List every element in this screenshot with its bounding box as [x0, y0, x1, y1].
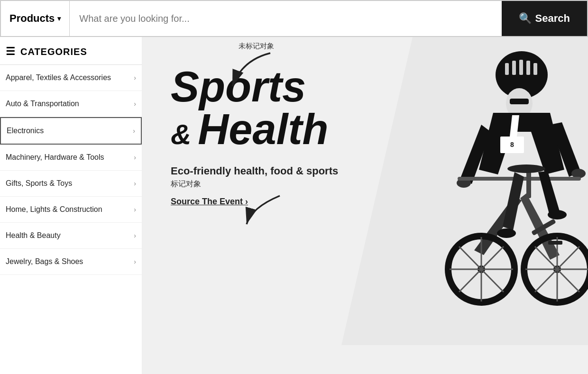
svg-rect-7	[526, 61, 530, 75]
svg-text:8: 8	[510, 141, 514, 148]
unmarked-annotation: 未标记对象	[228, 42, 285, 93]
svg-rect-28	[548, 241, 562, 245]
sidebar-item-home[interactable]: Home, Lights & Construction ›	[0, 197, 142, 223]
svg-rect-4	[505, 63, 509, 75]
annotation-arrow-icon	[228, 51, 285, 93]
svg-point-32	[548, 210, 567, 219]
sidebar-item-label: Jewelry, Bags & Shoes	[6, 257, 83, 266]
svg-rect-10	[510, 99, 529, 104]
sidebar-item-gifts[interactable]: Gifts, Sports & Toys ›	[0, 171, 142, 197]
sidebar: ☰ CATEGORIES Apparel, Textiles & Accesso…	[0, 37, 142, 374]
marked-annotation-text: 标记对象	[171, 179, 338, 189]
chevron-right-icon: ›	[134, 154, 136, 161]
search-button[interactable]: 🔍 Search	[502, 1, 587, 36]
unmarked-annotation-text: 未标记对象	[239, 42, 274, 51]
search-button-label: Search	[535, 12, 570, 25]
marked-annotation-arrow-icon	[242, 193, 289, 231]
svg-rect-6	[519, 60, 523, 75]
products-label: Products	[9, 12, 55, 25]
sidebar-item-auto[interactable]: Auto & Transportation ›	[0, 91, 142, 117]
chevron-right-icon: ›	[134, 232, 136, 239]
sidebar-item-health[interactable]: Health & Beauty ›	[0, 223, 142, 249]
hero-section: 未标记对象 Sports & Health Eco-friendly healt…	[142, 37, 588, 374]
svg-point-30	[507, 164, 545, 173]
hero-title-health: Health	[198, 108, 328, 151]
svg-rect-29	[526, 170, 531, 198]
sidebar-item-apparel[interactable]: Apparel, Textiles & Accessories ›	[0, 65, 142, 91]
source-event-link[interactable]: Source The Event ›	[171, 197, 248, 207]
sidebar-item-jewelry[interactable]: Jewelry, Bags & Shoes ›	[0, 249, 142, 275]
sidebar-item-electronics[interactable]: Electronics ›	[0, 117, 142, 145]
chevron-right-icon: ›	[134, 74, 136, 82]
chevron-right-icon: ›	[134, 258, 136, 265]
sidebar-item-label: Gifts, Sports & Toys	[6, 179, 72, 188]
search-icon: 🔍	[519, 12, 532, 25]
cyclist-image: 8	[341, 37, 588, 374]
chevron-right-icon: ›	[134, 100, 136, 108]
chevron-down-icon: ▾	[57, 15, 61, 22]
header: Products ▾ 🔍 Search	[0, 0, 588, 37]
hero-title-amp: &	[171, 118, 191, 151]
categories-title: CATEGORIES	[20, 46, 87, 57]
sidebar-item-label: Electronics	[7, 127, 44, 135]
chevron-right-icon: ›	[134, 206, 136, 213]
sidebar-item-label: Health & Beauty	[6, 231, 61, 240]
products-dropdown[interactable]: Products ▾	[1, 1, 70, 36]
search-input[interactable]	[79, 13, 492, 24]
categories-header: ☰ CATEGORIES	[0, 37, 142, 65]
hero-subtitle: Eco-friendly health, food & sports	[171, 165, 338, 177]
search-input-wrapper	[70, 13, 501, 24]
chevron-right-icon: ›	[133, 127, 135, 135]
svg-rect-8	[533, 63, 537, 75]
sidebar-item-label: Auto & Transportation	[6, 100, 79, 108]
categories-icon: ☰	[6, 46, 16, 58]
sidebar-item-label: Home, Lights & Construction	[6, 205, 102, 214]
svg-rect-5	[512, 61, 516, 75]
sidebar-item-label: Machinery, Hardware & Tools	[6, 153, 104, 162]
sidebar-item-label: Apparel, Textiles & Accessories	[6, 73, 111, 82]
marked-annotation-arrow-area	[242, 193, 289, 233]
chevron-right-icon: ›	[134, 180, 136, 187]
main-layout: ☰ CATEGORIES Apparel, Textiles & Accesso…	[0, 37, 588, 374]
sidebar-item-machinery[interactable]: Machinery, Hardware & Tools ›	[0, 145, 142, 171]
svg-point-31	[497, 228, 516, 238]
